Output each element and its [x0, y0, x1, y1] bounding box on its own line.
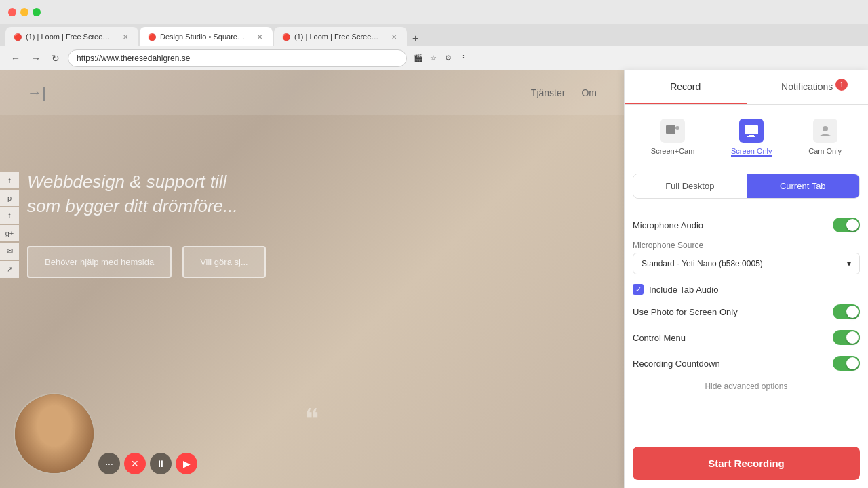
current-tab-button[interactable]: Current Tab: [747, 174, 860, 198]
use-photo-label: Use Photo for Screen Only: [633, 307, 738, 317]
toggle-knob-control: [846, 331, 859, 344]
full-desktop-button[interactable]: Full Desktop: [633, 174, 747, 198]
quote-mark: ❝: [304, 403, 319, 434]
screen-cam-label: Screen+Cam: [651, 147, 695, 155]
svg-rect-3: [749, 135, 754, 136]
screen-only-icon: [739, 119, 764, 143]
back-button[interactable]: ←: [8, 52, 23, 65]
extensions-icon[interactable]: ⚙: [442, 52, 454, 64]
new-tab-button[interactable]: +: [408, 31, 422, 46]
mode-screen-cam[interactable]: Screen+Cam: [646, 116, 701, 159]
hide-advanced-link[interactable]: Hide advanced options: [633, 376, 860, 396]
use-photo-row: Use Photo for Screen Only: [633, 299, 860, 325]
recording-modes: Screen+Cam Screen Only Cam Only: [625, 105, 868, 165]
url-box[interactable]: https://www.theresedahlgren.se: [68, 49, 407, 67]
svg-point-1: [675, 126, 679, 130]
toggle-knob-countdown: [846, 357, 859, 369]
hero-text-area: Webbdesign & support till som bygger dit…: [0, 115, 293, 278]
svg-rect-0: [666, 125, 675, 134]
site-logo: →|: [27, 84, 46, 102]
share-icon[interactable]: ↗: [0, 261, 19, 278]
webcam-play-button[interactable]: ▶: [176, 453, 197, 474]
notifications-badge: 1: [835, 79, 848, 91]
nav-link-om[interactable]: Om: [581, 87, 597, 98]
webcam-controls: ··· ✕ ⏸ ▶: [98, 453, 197, 474]
refresh-button[interactable]: ↻: [49, 52, 62, 65]
twitter-icon[interactable]: t: [0, 207, 19, 224]
hero-heading: Webbdesign & support till som bygger dit…: [27, 169, 266, 219]
tab-notifications[interactable]: Notifications 1: [747, 70, 869, 104]
browser-tab-2[interactable]: 🔴 Design Studio • Squarespa... ✕: [140, 27, 273, 46]
bookmark-icon[interactable]: ☆: [427, 52, 439, 64]
webcam-overlay: [14, 393, 95, 474]
svg-rect-2: [745, 125, 758, 134]
tab-title-1: (1) | Loom | Free Screen & Vide...: [26, 33, 114, 41]
include-tab-audio-row: ✓ Include Tab Audio: [633, 280, 860, 299]
browser-tab-1[interactable]: 🔴 (1) | Loom | Free Screen & Vide... ✕: [5, 27, 138, 46]
browser-chrome: 🔴 (1) | Loom | Free Screen & Vide... ✕ 🔴…: [0, 0, 868, 71]
cam-only-icon: [813, 119, 837, 143]
hero-btn-2[interactable]: Vill göra sj...: [182, 246, 266, 278]
minimize-button[interactable]: [20, 8, 28, 16]
hero-buttons: Behöver hjälp med hemsida Vill göra sj..…: [27, 246, 266, 278]
pinterest-icon[interactable]: p: [0, 190, 19, 206]
select-chevron-icon: ▾: [847, 259, 851, 268]
forward-button[interactable]: →: [28, 52, 43, 65]
hero-btn-1[interactable]: Behöver hjälp med hemsida: [27, 246, 172, 278]
recording-countdown-label: Recording Countdown: [633, 359, 720, 369]
tab-close-2[interactable]: ✕: [255, 32, 264, 41]
loom-icon[interactable]: 🎬: [412, 52, 425, 64]
toggle-knob-mic: [846, 219, 859, 231]
options-section: Microphone Audio Microphone Source Stand…: [625, 207, 868, 441]
tab-favicon-3: 🔴: [282, 33, 290, 41]
webcam-more-button[interactable]: ···: [98, 453, 120, 474]
webcam-pause-button[interactable]: ⏸: [150, 453, 172, 474]
email-icon[interactable]: ✉: [0, 243, 19, 260]
tab-title-3: (1) | Loom | Free Screen & Vide...: [294, 33, 382, 41]
screen-cam-icon: [660, 119, 685, 143]
more-icon[interactable]: ⋮: [457, 52, 469, 64]
google-plus-icon[interactable]: g+: [0, 225, 19, 241]
recording-countdown-toggle[interactable]: [833, 356, 860, 371]
tab-bar: 🔴 (1) | Loom | Free Screen & Vide... ✕ 🔴…: [0, 24, 868, 46]
address-bar: ← → ↻ https://www.theresedahlgren.se 🎬 ☆…: [0, 46, 868, 70]
nav-links: Tjänster Om: [531, 87, 597, 98]
microphone-audio-label: Microphone Audio: [633, 220, 703, 230]
traffic-lights: [8, 8, 41, 16]
mode-cam-only[interactable]: Cam Only: [803, 116, 847, 159]
nav-link-tjanster[interactable]: Tjänster: [531, 87, 566, 98]
mic-source-value: Standard - Yeti Nano (b58e:0005): [642, 259, 763, 268]
screen-only-label: Screen Only: [731, 147, 772, 157]
facebook-icon[interactable]: f: [0, 172, 19, 188]
use-photo-toggle[interactable]: [833, 304, 860, 319]
toggle-knob-photo: [846, 306, 859, 318]
url-text: https://www.theresedahlgren.se: [77, 54, 190, 63]
close-button[interactable]: [8, 8, 16, 16]
tab-close-1[interactable]: ✕: [121, 32, 130, 41]
tab-record[interactable]: Record: [625, 70, 747, 104]
page-nav: →| Tjänster Om: [0, 70, 624, 115]
tab-close-3[interactable]: ✕: [389, 32, 399, 41]
mode-screen-only[interactable]: Screen Only: [726, 116, 778, 159]
maximize-button[interactable]: [33, 8, 41, 16]
microphone-source-row: Microphone Source Standard - Yeti Nano (…: [633, 238, 860, 280]
hero-heading-line1: Webbdesign & support till: [27, 171, 226, 192]
page-content: →| Tjänster Om f p t g+ ✉ ↗ Webbdesign &…: [0, 70, 624, 488]
svg-point-5: [823, 126, 828, 131]
start-recording-button[interactable]: Start Recording: [633, 447, 860, 480]
tab-favicon-1: 🔴: [14, 33, 22, 41]
webcam-stop-button[interactable]: ✕: [124, 453, 146, 474]
microphone-audio-toggle[interactable]: [833, 218, 860, 232]
browser-tab-3[interactable]: 🔴 (1) | Loom | Free Screen & Vide... ✕: [274, 27, 407, 46]
social-sidebar: f p t g+ ✉ ↗: [0, 172, 19, 278]
control-menu-label: Control Menu: [633, 333, 686, 343]
hero-heading-line2: som bygger ditt drömföre...: [27, 196, 238, 216]
include-tab-audio-checkbox[interactable]: ✓: [633, 284, 644, 295]
include-tab-audio-label: Include Tab Audio: [649, 285, 718, 295]
title-bar: [0, 0, 868, 24]
microphone-source-select[interactable]: Standard - Yeti Nano (b58e:0005) ▾: [633, 253, 860, 274]
loom-panel: Record Notifications 1 Screen+Cam: [624, 70, 868, 488]
browser-toolbar-icons: 🎬 ☆ ⚙ ⋮: [412, 52, 469, 64]
cam-only-label: Cam Only: [808, 147, 842, 155]
control-menu-toggle[interactable]: [833, 330, 860, 345]
